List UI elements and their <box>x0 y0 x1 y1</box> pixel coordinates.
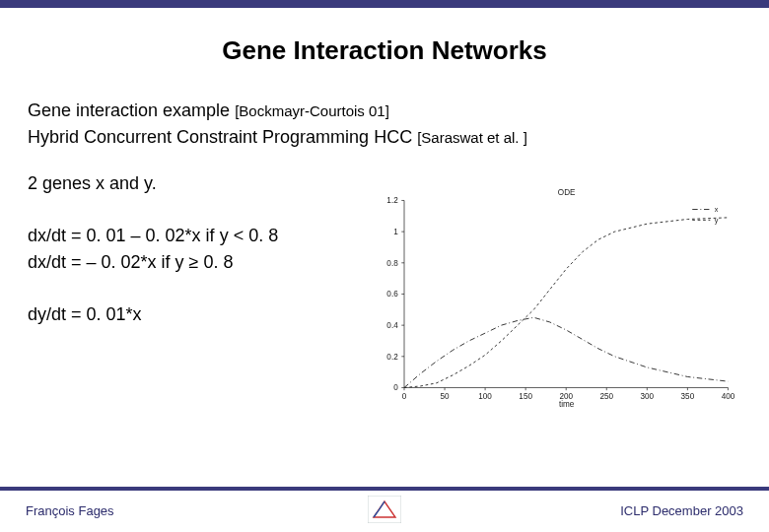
svg-text:150: 150 <box>519 392 532 401</box>
equations: 2 genes x and y. dx/dt = 0. 01 – 0. 02*x… <box>28 170 363 427</box>
footer-logo <box>368 496 401 526</box>
svg-rect-40 <box>368 496 401 523</box>
svg-text:300: 300 <box>641 392 655 401</box>
svg-text:y: y <box>715 216 719 225</box>
svg-text:0: 0 <box>402 392 407 401</box>
footer-right: ICLP December 2003 <box>620 503 743 518</box>
svg-text:0.2: 0.2 <box>386 353 398 362</box>
top-bar <box>0 0 769 8</box>
svg-text:x: x <box>715 205 719 214</box>
eq-dy: dy/dt = 0. 01*x <box>28 301 363 328</box>
eq-dx1: dx/dt = 0. 01 – 0. 02*x if y < 0. 8 <box>28 223 363 249</box>
footer-rule <box>0 487 769 491</box>
intro-line2: Hybrid Concurrent Constraint Programming… <box>28 124 741 151</box>
svg-text:50: 50 <box>441 392 451 401</box>
svg-text:1.2: 1.2 <box>386 196 398 205</box>
svg-text:350: 350 <box>681 392 695 401</box>
svg-text:1: 1 <box>393 228 398 236</box>
slide-title: Gene Interaction Networks <box>0 35 769 66</box>
genes-line: 2 genes x and y. <box>28 170 363 197</box>
svg-text:0.8: 0.8 <box>386 259 398 268</box>
svg-text:100: 100 <box>478 392 492 401</box>
footer-left: François Fages <box>26 503 114 518</box>
eq-dx2: dx/dt = – 0. 02*x if y ≥ 0. 8 <box>28 249 363 276</box>
body: Gene interaction example [Bockmayr-Court… <box>0 66 769 427</box>
svg-text:250: 250 <box>599 392 613 401</box>
svg-text:0.4: 0.4 <box>386 321 398 330</box>
svg-text:0: 0 <box>393 383 398 392</box>
svg-text:400: 400 <box>722 392 735 401</box>
svg-text:ODE: ODE <box>558 188 576 197</box>
chart: 00.20.40.60.811.2 0501001502002503003504… <box>367 170 741 427</box>
svg-text:0.6: 0.6 <box>386 290 398 299</box>
intro-line1: Gene interaction example [Bockmayr-Court… <box>28 98 741 124</box>
svg-text:time: time <box>559 400 575 409</box>
